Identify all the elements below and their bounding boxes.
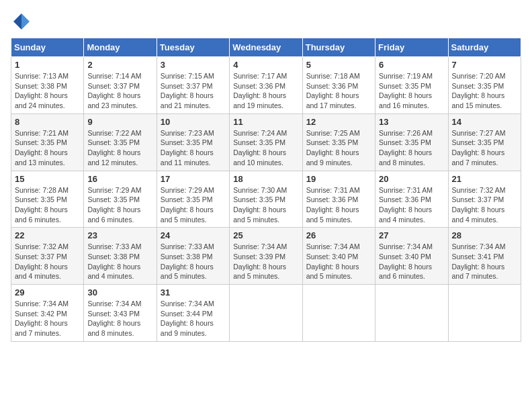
day-number: 13 <box>379 117 444 127</box>
day-number: 9 <box>87 117 152 127</box>
calendar-cell: 2 Sunrise: 7:14 AM Sunset: 3:37 PM Dayli… <box>84 57 157 114</box>
day-info: Sunrise: 7:33 AM Sunset: 3:38 PM Dayligh… <box>161 242 226 281</box>
day-info: Sunrise: 7:32 AM Sunset: 3:37 PM Dayligh… <box>452 185 517 225</box>
calendar-cell: 26 Sunrise: 7:34 AM Sunset: 3:40 PM Dayl… <box>302 228 375 285</box>
calendar-cell <box>375 285 448 342</box>
day-number: 20 <box>379 174 444 184</box>
day-number: 31 <box>161 287 226 298</box>
day-info: Sunrise: 7:33 AM Sunset: 3:38 PM Dayligh… <box>87 242 152 281</box>
day-number: 4 <box>233 60 298 70</box>
calendar-cell: 11 Sunrise: 7:24 AM Sunset: 3:35 PM Dayl… <box>230 113 302 171</box>
calendar-cell: 29 Sunrise: 7:34 AM Sunset: 3:42 PM Dayl… <box>11 285 84 342</box>
calendar-cell <box>230 285 302 342</box>
header-monday: Monday <box>84 38 157 57</box>
day-number: 23 <box>87 230 152 240</box>
calendar-cell: 15 Sunrise: 7:28 AM Sunset: 3:35 PM Dayl… <box>11 171 84 228</box>
calendar-header-row: SundayMondayTuesdayWednesdayThursdayFrid… <box>11 38 521 57</box>
day-info: Sunrise: 7:17 AM Sunset: 3:36 PM Dayligh… <box>233 71 298 111</box>
day-number: 21 <box>452 174 517 184</box>
calendar-cell: 27 Sunrise: 7:34 AM Sunset: 3:40 PM Dayl… <box>375 228 448 285</box>
calendar-week-1: 1 Sunrise: 7:13 AM Sunset: 3:38 PM Dayli… <box>11 57 521 114</box>
day-info: Sunrise: 7:25 AM Sunset: 3:35 PM Dayligh… <box>306 128 371 168</box>
day-number: 3 <box>161 60 226 70</box>
day-info: Sunrise: 7:14 AM Sunset: 3:37 PM Dayligh… <box>87 71 152 111</box>
header-tuesday: Tuesday <box>157 38 229 57</box>
calendar-week-4: 22 Sunrise: 7:32 AM Sunset: 3:37 PM Dayl… <box>11 228 521 285</box>
calendar-cell: 21 Sunrise: 7:32 AM Sunset: 3:37 PM Dayl… <box>448 171 521 228</box>
header-friday: Friday <box>375 38 448 57</box>
page-header <box>11 11 521 32</box>
day-number: 26 <box>306 230 371 240</box>
svg-marker-0 <box>21 13 30 30</box>
header-thursday: Thursday <box>302 38 375 57</box>
calendar-week-2: 8 Sunrise: 7:21 AM Sunset: 3:35 PM Dayli… <box>11 113 521 171</box>
calendar-cell: 18 Sunrise: 7:30 AM Sunset: 3:35 PM Dayl… <box>230 171 302 228</box>
day-number: 1 <box>15 60 80 70</box>
calendar-cell: 22 Sunrise: 7:32 AM Sunset: 3:37 PM Dayl… <box>11 228 84 285</box>
day-info: Sunrise: 7:29 AM Sunset: 3:35 PM Dayligh… <box>87 185 152 225</box>
logo <box>11 11 35 32</box>
calendar-cell: 23 Sunrise: 7:33 AM Sunset: 3:38 PM Dayl… <box>84 228 157 285</box>
day-info: Sunrise: 7:34 AM Sunset: 3:42 PM Dayligh… <box>15 299 80 338</box>
day-number: 22 <box>15 230 80 240</box>
calendar-cell: 16 Sunrise: 7:29 AM Sunset: 3:35 PM Dayl… <box>84 171 157 228</box>
calendar-cell: 17 Sunrise: 7:29 AM Sunset: 3:35 PM Dayl… <box>157 171 229 228</box>
calendar-cell <box>302 285 375 342</box>
day-info: Sunrise: 7:24 AM Sunset: 3:35 PM Dayligh… <box>233 128 298 168</box>
svg-marker-1 <box>13 13 21 30</box>
day-number: 18 <box>233 174 298 184</box>
calendar-cell: 25 Sunrise: 7:34 AM Sunset: 3:39 PM Dayl… <box>230 228 302 285</box>
day-number: 24 <box>161 230 226 240</box>
day-number: 15 <box>15 174 80 184</box>
day-number: 16 <box>87 174 152 184</box>
day-number: 2 <box>87 60 152 70</box>
day-number: 17 <box>161 174 226 184</box>
day-info: Sunrise: 7:20 AM Sunset: 3:35 PM Dayligh… <box>452 71 517 111</box>
day-info: Sunrise: 7:31 AM Sunset: 3:36 PM Dayligh… <box>306 185 371 225</box>
calendar-cell: 9 Sunrise: 7:22 AM Sunset: 3:35 PM Dayli… <box>84 113 157 171</box>
calendar-cell: 10 Sunrise: 7:23 AM Sunset: 3:35 PM Dayl… <box>157 113 229 171</box>
day-number: 11 <box>233 117 298 127</box>
day-number: 27 <box>379 230 444 240</box>
calendar-cell <box>448 285 521 342</box>
day-info: Sunrise: 7:34 AM Sunset: 3:40 PM Dayligh… <box>379 242 444 281</box>
day-number: 12 <box>306 117 371 127</box>
day-info: Sunrise: 7:19 AM Sunset: 3:35 PM Dayligh… <box>379 71 444 111</box>
logo-icon <box>11 11 32 32</box>
day-number: 7 <box>452 60 517 70</box>
day-number: 14 <box>452 117 517 127</box>
calendar-cell: 28 Sunrise: 7:34 AM Sunset: 3:41 PM Dayl… <box>448 228 521 285</box>
day-info: Sunrise: 7:34 AM Sunset: 3:39 PM Dayligh… <box>233 242 298 281</box>
calendar-cell: 13 Sunrise: 7:26 AM Sunset: 3:35 PM Dayl… <box>375 113 448 171</box>
day-info: Sunrise: 7:29 AM Sunset: 3:35 PM Dayligh… <box>161 185 226 225</box>
calendar-cell: 6 Sunrise: 7:19 AM Sunset: 3:35 PM Dayli… <box>375 57 448 114</box>
day-number: 19 <box>306 174 371 184</box>
calendar-cell: 30 Sunrise: 7:34 AM Sunset: 3:43 PM Dayl… <box>84 285 157 342</box>
day-info: Sunrise: 7:34 AM Sunset: 3:44 PM Dayligh… <box>161 299 226 338</box>
calendar-cell: 8 Sunrise: 7:21 AM Sunset: 3:35 PM Dayli… <box>11 113 84 171</box>
calendar-cell: 3 Sunrise: 7:15 AM Sunset: 3:37 PM Dayli… <box>157 57 229 114</box>
calendar-cell: 7 Sunrise: 7:20 AM Sunset: 3:35 PM Dayli… <box>448 57 521 114</box>
day-info: Sunrise: 7:21 AM Sunset: 3:35 PM Dayligh… <box>15 128 80 168</box>
day-info: Sunrise: 7:32 AM Sunset: 3:37 PM Dayligh… <box>15 242 80 281</box>
day-info: Sunrise: 7:30 AM Sunset: 3:35 PM Dayligh… <box>233 185 298 225</box>
header-wednesday: Wednesday <box>230 38 302 57</box>
day-number: 25 <box>233 230 298 240</box>
day-info: Sunrise: 7:34 AM Sunset: 3:41 PM Dayligh… <box>452 242 517 281</box>
day-info: Sunrise: 7:31 AM Sunset: 3:36 PM Dayligh… <box>379 185 444 225</box>
calendar-cell: 19 Sunrise: 7:31 AM Sunset: 3:36 PM Dayl… <box>302 171 375 228</box>
day-number: 6 <box>379 60 444 70</box>
calendar-cell: 20 Sunrise: 7:31 AM Sunset: 3:36 PM Dayl… <box>375 171 448 228</box>
header-saturday: Saturday <box>448 38 521 57</box>
day-number: 28 <box>452 230 517 240</box>
day-number: 30 <box>87 287 152 298</box>
calendar-cell: 12 Sunrise: 7:25 AM Sunset: 3:35 PM Dayl… <box>302 113 375 171</box>
day-number: 29 <box>15 287 80 298</box>
calendar-cell: 31 Sunrise: 7:34 AM Sunset: 3:44 PM Dayl… <box>157 285 229 342</box>
calendar-cell: 1 Sunrise: 7:13 AM Sunset: 3:38 PM Dayli… <box>11 57 84 114</box>
calendar-week-3: 15 Sunrise: 7:28 AM Sunset: 3:35 PM Dayl… <box>11 171 521 228</box>
day-info: Sunrise: 7:27 AM Sunset: 3:35 PM Dayligh… <box>452 128 517 168</box>
day-info: Sunrise: 7:15 AM Sunset: 3:37 PM Dayligh… <box>161 71 226 111</box>
day-info: Sunrise: 7:34 AM Sunset: 3:43 PM Dayligh… <box>87 299 152 338</box>
day-info: Sunrise: 7:22 AM Sunset: 3:35 PM Dayligh… <box>87 128 152 168</box>
